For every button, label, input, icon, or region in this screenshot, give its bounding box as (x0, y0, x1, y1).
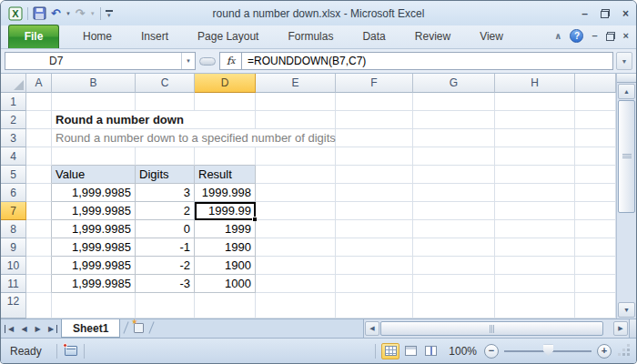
record-macro-icon[interactable] (63, 345, 78, 357)
column-header-g[interactable]: G (413, 74, 495, 93)
vertical-scrollbar[interactable]: ▲ ▼ (616, 74, 636, 318)
cell-c8[interactable]: 0 (136, 220, 195, 238)
tab-insert[interactable]: Insert (126, 25, 183, 48)
row-header-5[interactable]: 5 (1, 166, 26, 184)
cell-b10[interactable]: 1,999.9985 (52, 257, 136, 275)
row-header-10[interactable]: 10 (1, 257, 26, 275)
row-header-11[interactable]: 11 (1, 275, 26, 293)
next-sheet-icon[interactable]: ▶ (32, 325, 44, 333)
cell-c6[interactable]: 3 (136, 184, 195, 202)
previous-sheet-icon[interactable]: ◀ (18, 325, 30, 333)
zoom-level[interactable]: 100% (449, 345, 477, 358)
row-header-7-selected[interactable]: 7 (1, 202, 26, 220)
column-header-a[interactable]: A (26, 74, 52, 93)
table-header-digits[interactable]: Digits (136, 166, 195, 184)
zoom-slider-thumb[interactable] (543, 345, 553, 357)
row-header-8[interactable]: 8 (1, 220, 26, 238)
expand-formula-bar-icon[interactable]: ▼ (616, 52, 632, 70)
column-header-h[interactable]: H (495, 74, 575, 93)
horizontal-scrollbar[interactable]: ◀ ▶ (363, 319, 629, 338)
insert-function-button[interactable]: fx (219, 52, 241, 70)
cell-c9[interactable]: -1 (136, 238, 195, 257)
last-sheet-icon[interactable]: ▶ (46, 325, 57, 333)
cell-d8[interactable]: 1999 (195, 220, 256, 238)
page-break-view-button[interactable] (421, 343, 440, 359)
row-header-12[interactable]: 12 (1, 293, 26, 318)
tab-page-layout[interactable]: Page Layout (183, 25, 273, 48)
restore-workbook-icon[interactable] (606, 32, 615, 41)
zoom-in-icon[interactable]: + (597, 344, 612, 359)
horizontal-scroll-track[interactable] (380, 321, 612, 336)
column-header-c[interactable]: C (136, 74, 195, 93)
cell-b8[interactable]: 1,999.9985 (52, 220, 136, 238)
scroll-up-icon[interactable]: ▲ (618, 84, 635, 99)
row-header-2[interactable]: 2 (1, 111, 26, 129)
table-header-result[interactable]: Result (195, 166, 256, 184)
select-all-corner[interactable] (1, 74, 26, 93)
formula-bar-splitter[interactable] (199, 57, 216, 66)
cell-d6[interactable]: 1999.998 (195, 184, 256, 202)
tab-review[interactable]: Review (400, 25, 465, 48)
tab-data[interactable]: Data (348, 25, 399, 48)
tab-formulas[interactable]: Formulas (273, 25, 348, 48)
row-header-1[interactable]: 1 (1, 93, 26, 111)
cell-d10[interactable]: 1900 (195, 257, 256, 275)
row-header-6[interactable]: 6 (1, 184, 26, 202)
fill-handle[interactable] (252, 217, 257, 221)
column-header-d-selected[interactable]: D (195, 74, 256, 93)
zoom-out-icon[interactable]: − (484, 344, 499, 359)
cell-c11[interactable]: -3 (136, 275, 195, 293)
cell-d7-selected[interactable]: 1999.99 (195, 202, 256, 220)
cell-d9[interactable]: 1990 (195, 238, 256, 257)
scrollbar-split-handle[interactable] (617, 74, 636, 83)
vertical-scroll-thumb[interactable] (618, 100, 635, 213)
minimize-window-icon[interactable]: – (581, 8, 588, 19)
formula-input[interactable]: =ROUNDDOWN(B7,C7) (241, 52, 613, 70)
insert-worksheet-icon[interactable]: ★ (132, 321, 146, 334)
cell-b2-title[interactable]: Round a number down (52, 111, 256, 129)
cell-b11[interactable]: 1,999.9985 (52, 275, 136, 293)
tab-file[interactable]: File (8, 25, 59, 48)
restore-window-icon[interactable] (601, 9, 610, 18)
column-header-f[interactable]: F (336, 74, 413, 93)
vertical-scroll-track[interactable] (618, 100, 635, 301)
zoom-slider[interactable] (504, 344, 592, 359)
cell-b7[interactable]: 1,999.9985 (52, 202, 136, 220)
minimize-workbook-icon[interactable]: – (592, 31, 597, 41)
cell-c10[interactable]: -2 (136, 257, 195, 275)
customize-toolbar-icon[interactable]: ▼ (106, 10, 113, 17)
cell-b9[interactable]: 1,999.9985 (52, 238, 136, 257)
cell-b3-subtitle[interactable]: Round a number down to a specified numbe… (52, 129, 336, 147)
undo-icon[interactable]: ↶ (51, 7, 61, 19)
first-sheet-icon[interactable]: ◀ (5, 325, 16, 333)
column-header-e[interactable]: E (256, 74, 336, 93)
name-box[interactable]: D7 ▼ (5, 52, 196, 70)
row-header-4[interactable]: 4 (1, 147, 26, 166)
column-header-b[interactable]: B (52, 74, 136, 93)
cell-c7[interactable]: 2 (136, 202, 195, 220)
table-header-value[interactable]: Value (52, 166, 136, 184)
tab-home[interactable]: Home (68, 25, 126, 48)
close-workbook-icon[interactable]: × (623, 31, 629, 41)
close-window-icon[interactable]: × (622, 8, 629, 19)
name-box-dropdown-icon[interactable]: ▼ (181, 53, 195, 69)
cell-b6[interactable]: 1,999.9985 (52, 184, 136, 202)
cell[interactable] (26, 93, 52, 111)
help-icon[interactable]: ? (570, 29, 583, 43)
sheet-tab-sheet1[interactable]: Sheet1 (61, 319, 120, 338)
scroll-left-icon[interactable]: ◀ (365, 321, 379, 336)
undo-dropdown-icon[interactable]: ▼ (66, 11, 71, 16)
row-header-9[interactable]: 9 (1, 238, 26, 257)
collapse-ribbon-icon[interactable]: ∧ (554, 31, 561, 41)
scroll-down-icon[interactable]: ▼ (618, 302, 635, 318)
cell-d11[interactable]: 1000 (195, 275, 256, 293)
tab-split-handle[interactable] (629, 319, 636, 338)
normal-view-button[interactable] (381, 343, 399, 359)
row-header-3[interactable]: 3 (1, 129, 26, 147)
resize-grip-icon[interactable] (619, 345, 631, 357)
save-icon[interactable] (33, 6, 46, 20)
scroll-right-icon[interactable]: ▶ (613, 321, 628, 336)
tab-view[interactable]: View (465, 25, 518, 48)
page-layout-view-button[interactable] (401, 343, 420, 359)
horizontal-scroll-thumb[interactable] (380, 321, 603, 336)
